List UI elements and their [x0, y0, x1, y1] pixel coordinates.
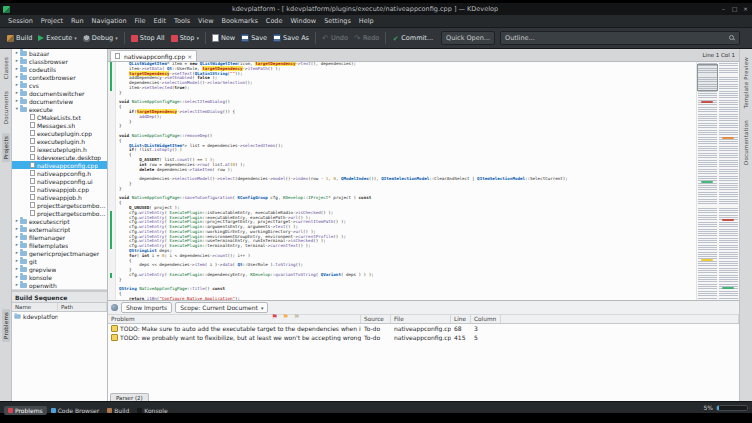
quick-open-button[interactable]: Quick Open...: [441, 31, 495, 45]
project-tree[interactable]: bazaarclassbrowsercodeutilscontextbrowse…: [12, 49, 107, 290]
tree-item-nativeappjob-h[interactable]: nativeappjob.h: [12, 193, 107, 201]
tree-item-kdevexecute-desktop[interactable]: kdevexecute.desktop: [12, 153, 107, 161]
tree-item-nativeappconfig-cpp[interactable]: nativeappconfig.cpp: [12, 161, 107, 169]
code-editor[interactable]: QListWidgetItem* item = new QListWidgetI…: [108, 62, 739, 300]
menu-item-tools[interactable]: Tools: [170, 17, 194, 25]
tree-item-messages-sh[interactable]: Messages.sh: [12, 121, 107, 129]
stop-all-button[interactable]: Stop All: [128, 32, 168, 44]
commit-button[interactable]: Commit...: [389, 32, 436, 44]
parse-progress-label: 5%: [703, 404, 713, 411]
maximize-icon[interactable]: [731, 4, 738, 14]
menu-item-view[interactable]: View: [194, 17, 217, 25]
file-icon: [30, 130, 35, 136]
tree-item-label: filetemplates: [29, 242, 68, 249]
problem-row[interactable]: TODO: we probably want to flexibilize, b…: [108, 333, 739, 342]
tab-close-icon[interactable]: [187, 53, 192, 60]
file-icon: [30, 186, 35, 192]
tree-item-nativeappconfig-ui[interactable]: nativeappconfig.ui: [12, 177, 107, 185]
tree-item-documentswitcher[interactable]: documentswitcher: [12, 89, 107, 97]
minimap-scrollbar[interactable]: [696, 62, 739, 300]
stop-button[interactable]: Stop: [168, 32, 202, 44]
column-header-path[interactable]: Path: [58, 303, 107, 311]
tree-item-classbrowser[interactable]: classbrowser: [12, 57, 107, 65]
statusbar-build-button[interactable]: Build: [103, 406, 133, 415]
menu-item-run[interactable]: Run: [67, 17, 87, 25]
tree-item-executeplugin-h[interactable]: executeplugin.h: [12, 137, 107, 145]
tree-item-bazaar[interactable]: bazaar: [12, 49, 107, 57]
column-header-name[interactable]: Name: [12, 303, 58, 311]
tree-item-projecttargetscombobox-h[interactable]: projecttargetscombobox.h: [12, 209, 107, 217]
tree-item-openwith[interactable]: openwith: [12, 281, 107, 289]
tree-item-filetemplates[interactable]: filetemplates: [12, 241, 107, 249]
tree-item-cvs[interactable]: cvs: [12, 81, 107, 89]
new-button[interactable]: New: [209, 32, 238, 44]
hint-flag-icon[interactable]: [293, 304, 301, 312]
tree-item-codeutils[interactable]: codeutils: [12, 65, 107, 73]
tree-item-executescript[interactable]: executescript: [12, 217, 107, 225]
main-area: ClassesDocumentsProjects Problems bazaar…: [0, 49, 752, 401]
show-imports-button[interactable]: Show Imports: [121, 302, 172, 313]
warning-flag-icon[interactable]: [282, 304, 290, 312]
menu-item-bookmarks[interactable]: Bookmarks: [218, 17, 262, 25]
execute-button[interactable]: Execute: [35, 32, 80, 44]
column-header-problem[interactable]: Problem: [108, 315, 361, 323]
tree-item-externalscript[interactable]: externalscript: [12, 225, 107, 233]
refresh-icon[interactable]: [111, 304, 118, 311]
parser-tab[interactable]: Parser (2): [110, 393, 149, 401]
column-header-file[interactable]: File: [391, 315, 451, 323]
file-icon: [30, 170, 35, 176]
error-flag-icon[interactable]: [271, 304, 279, 312]
menu-item-window[interactable]: Window: [287, 17, 321, 25]
tree-item-grepview[interactable]: grepview: [12, 265, 107, 273]
close-icon[interactable]: [742, 4, 749, 14]
sidebar-tab-documentation[interactable]: Documentation: [742, 117, 750, 168]
tree-item-iexecuteplugin-h[interactable]: iexecuteplugin.h: [12, 145, 107, 153]
sidebar-tab-documents[interactable]: Documents: [2, 88, 10, 127]
editor-tab-nativeappconfig-cpp[interactable]: nativeappconfig.cpp: [110, 50, 197, 61]
menu-item-navigation[interactable]: Navigation: [88, 17, 131, 25]
tree-item-genericprojectmanager[interactable]: genericprojectmanager: [12, 249, 107, 257]
sidebar-tab-template-preview[interactable]: Template Preview: [742, 54, 750, 111]
menu-item-code[interactable]: Code: [262, 17, 287, 25]
menu-item-help[interactable]: Help: [355, 17, 378, 25]
sidebar-tab-classes[interactable]: Classes: [2, 54, 10, 82]
folder-icon: [20, 107, 27, 112]
tree-item-cmakelists-txt[interactable]: CMakeLists.txt: [12, 113, 107, 121]
tree-item-nativeappconfig-h[interactable]: nativeappconfig.h: [12, 169, 107, 177]
statusbar-code-browser-button[interactable]: Code Browser: [47, 406, 104, 415]
column-header-column[interactable]: Column: [471, 315, 501, 323]
outline-placeholder: Outline...: [505, 34, 535, 42]
tree-item-filemanager[interactable]: filemanager: [12, 233, 107, 241]
menu-item-project[interactable]: Project: [37, 17, 67, 25]
scope-dropdown[interactable]: Scope: Current Document: [175, 302, 268, 313]
menu-item-edit[interactable]: Edit: [149, 17, 170, 25]
tree-item-git[interactable]: git: [12, 257, 107, 265]
column-header-source[interactable]: Source: [361, 315, 391, 323]
minimize-icon[interactable]: [720, 4, 727, 14]
tree-item-documentview[interactable]: documentview: [12, 97, 107, 105]
save-as-button[interactable]: Save As: [270, 32, 312, 44]
tree-item-projecttargetscombobox-cpp[interactable]: projecttargetscombobox.cpp: [12, 201, 107, 209]
column-header-line[interactable]: Line: [451, 315, 471, 323]
sidebar-tab-problems[interactable]: Problems: [2, 309, 10, 342]
menu-item-session[interactable]: Session: [4, 17, 37, 25]
statusbar-konsole-button[interactable]: Konsole: [133, 406, 171, 415]
code-area[interactable]: QListWidgetItem* item = new QListWidgetI…: [116, 62, 696, 300]
build-button[interactable]: Build: [4, 32, 35, 44]
tree-item-execute[interactable]: execute: [12, 105, 107, 113]
minimap-viewport[interactable]: [697, 64, 718, 91]
project-icon: [14, 314, 20, 319]
build-sequence-row[interactable]: kdevplatform: [12, 312, 107, 320]
tree-item-contextbrowser[interactable]: contextbrowser: [12, 73, 107, 81]
outline-field[interactable]: Outline...: [500, 31, 740, 45]
sidebar-tab-projects[interactable]: Projects: [2, 133, 10, 162]
save-button[interactable]: Save: [238, 32, 270, 44]
problem-row[interactable]: TODO: Make sure to auto add the executab…: [108, 324, 739, 333]
tree-item-nativeappjob-cpp[interactable]: nativeappjob.cpp: [12, 185, 107, 193]
menu-item-file[interactable]: File: [131, 17, 150, 25]
tree-item-konsole[interactable]: konsole: [12, 273, 107, 281]
statusbar-problems-button[interactable]: Problems: [4, 406, 47, 415]
menu-item-settings[interactable]: Settings: [320, 17, 355, 25]
tree-item-executeplugin-cpp[interactable]: executeplugin.cpp: [12, 129, 107, 137]
debug-button[interactable]: Debug: [80, 32, 121, 44]
